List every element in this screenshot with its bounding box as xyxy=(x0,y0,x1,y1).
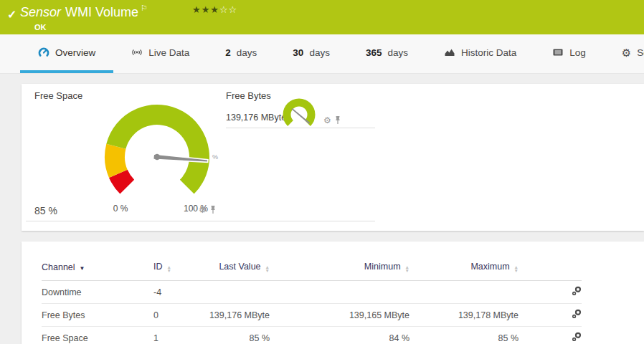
free-bytes-gauge-title: Free Bytes xyxy=(226,90,271,101)
tab-number: 30 xyxy=(293,47,303,58)
tab-label: days xyxy=(387,47,408,58)
free-space-current-value: 85 % xyxy=(34,205,57,216)
priority-stars-empty: ☆☆ xyxy=(219,4,237,15)
sort-icon: ▲▼ xyxy=(405,265,409,272)
table-row-free-space[interactable]: Free Space 1 85 % 84 % 85 % xyxy=(42,327,582,344)
sort-desc-icon: ▼ xyxy=(80,265,85,272)
column-header-minimum[interactable]: Minimum▲▼ xyxy=(270,256,409,281)
channel-settings-gears-icon[interactable] xyxy=(572,309,582,319)
free-bytes-baseline xyxy=(226,128,375,128)
tab-number: 365 xyxy=(366,47,382,58)
tab-overview[interactable]: Overview xyxy=(20,34,113,73)
column-header-id[interactable]: ID▲▼ xyxy=(153,256,201,281)
priority-stars-filled: ★★★ xyxy=(192,4,219,15)
channel-name: Downtime xyxy=(42,281,153,304)
broadcast-icon xyxy=(131,47,143,58)
sort-icon: ▲▼ xyxy=(514,265,518,272)
tab-live-data[interactable]: Live Data xyxy=(113,34,207,73)
sort-icon: ▲▼ xyxy=(167,265,171,272)
gear-icon[interactable]: ⚙ xyxy=(199,206,207,214)
channel-settings-gears-icon[interactable] xyxy=(572,286,582,296)
tab-365-days[interactable]: 365 days xyxy=(348,34,426,73)
channel-minimum xyxy=(270,281,409,304)
pin-icon[interactable] xyxy=(209,205,217,214)
gauge-unit-label: % xyxy=(212,153,218,161)
sensor-header: ✓ SensorWMI Volume⚐ ★★★☆☆ OK xyxy=(0,0,644,34)
tab-label: Historic Data xyxy=(461,47,516,58)
channel-name: Free Bytes xyxy=(42,304,153,327)
column-header-channel[interactable]: Channel▼ xyxy=(42,256,153,281)
column-header-last-value[interactable]: Last Value▲▼ xyxy=(201,256,270,281)
gear-icon: ⚙ xyxy=(622,47,631,58)
channel-maximum xyxy=(409,281,518,304)
sensor-type-label: Sensor xyxy=(20,5,61,19)
column-label: Last Value xyxy=(219,262,260,272)
free-bytes-gauge-tools: ⚙ xyxy=(323,115,341,125)
table-row-free-bytes[interactable]: Free Bytes 0 139,176 MByte 139,165 MByte… xyxy=(42,304,582,327)
tab-log[interactable]: Log xyxy=(534,34,604,73)
channel-last-value: 139,176 MByte xyxy=(201,304,270,327)
channel-name: Free Space xyxy=(42,327,153,344)
column-label: Channel xyxy=(42,262,75,272)
sensor-name: WMI Volume xyxy=(65,5,138,19)
tab-label: Log xyxy=(569,47,586,58)
tab-number: 2 xyxy=(225,47,231,58)
tab-label: Settings xyxy=(637,47,644,58)
channel-id: -4 xyxy=(153,281,201,304)
channels-table: Channel▼ ID▲▼ Last Value▲▼ Minimum▲▼ Max… xyxy=(42,256,582,344)
priority-stars[interactable]: ★★★☆☆ xyxy=(192,4,237,15)
status-ok-check-icon: ✓ xyxy=(7,8,16,22)
tab-30-days[interactable]: 30 days xyxy=(275,34,348,73)
channel-maximum: 85 % xyxy=(409,327,518,344)
gauges-panel: Free Space % 0 % 100 % 85 % ⚙ Free Bytes… xyxy=(22,84,644,231)
channel-minimum: 84 % xyxy=(270,327,409,344)
column-label: Minimum xyxy=(364,262,401,272)
gauge-min-label: 0 % xyxy=(99,204,142,214)
area-chart-icon xyxy=(444,47,455,58)
tab-bar: Overview Live Data 2 days 30 days 365 da… xyxy=(0,34,644,74)
pin-icon[interactable] xyxy=(334,115,341,125)
tab-settings[interactable]: ⚙ Settings xyxy=(604,34,644,73)
tab-label: days xyxy=(237,47,257,58)
sort-icon: ▲▼ xyxy=(265,265,270,272)
gear-icon[interactable]: ⚙ xyxy=(323,116,331,125)
table-row-downtime[interactable]: Downtime -4 xyxy=(42,281,582,304)
channel-last-value xyxy=(201,281,270,304)
gauge-icon xyxy=(38,47,49,58)
free-bytes-current-value: 139,176 MByte xyxy=(226,113,286,123)
column-label: Maximum xyxy=(470,262,509,272)
free-space-baseline xyxy=(26,221,375,221)
tab-label: Live Data xyxy=(148,47,189,58)
log-list-icon xyxy=(552,47,564,58)
column-label: ID xyxy=(153,262,163,272)
tab-historic-data[interactable]: Historic Data xyxy=(426,34,534,73)
column-header-maximum[interactable]: Maximum▲▼ xyxy=(409,256,518,281)
channel-last-value: 85 % xyxy=(201,327,270,344)
free-space-gauge xyxy=(103,103,211,211)
status-badge: OK xyxy=(34,23,47,32)
channel-id: 0 xyxy=(153,304,201,327)
channel-settings-gears-icon[interactable] xyxy=(572,332,582,342)
channel-minimum: 139,165 MByte xyxy=(270,304,409,327)
channel-maximum: 139,178 MByte xyxy=(409,304,518,327)
tab-label: days xyxy=(309,47,330,58)
channel-id: 1 xyxy=(153,327,201,344)
column-header-settings xyxy=(518,256,582,281)
table-header-row: Channel▼ ID▲▼ Last Value▲▼ Minimum▲▼ Max… xyxy=(42,256,582,281)
flag-icon[interactable]: ⚐ xyxy=(141,4,148,12)
free-space-gauge-tools: ⚙ xyxy=(199,205,217,214)
free-space-gauge-title: Free Space xyxy=(34,90,82,101)
page-title: SensorWMI Volume⚐ xyxy=(20,5,148,20)
channels-panel: Channel▼ ID▲▼ Last Value▲▼ Minimum▲▼ Max… xyxy=(22,242,644,344)
tab-2-days[interactable]: 2 days xyxy=(207,34,275,73)
tab-label: Overview xyxy=(55,47,95,58)
content-area: Free Space % 0 % 100 % 85 % ⚙ Free Bytes… xyxy=(0,75,644,344)
